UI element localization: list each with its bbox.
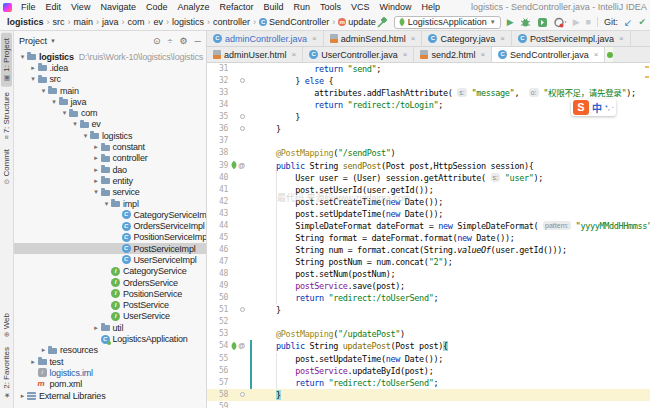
menu-item-view[interactable]: View xyxy=(66,2,95,12)
request-mapping-gutter-icon[interactable]: @ xyxy=(231,342,245,349)
tab-adminsend-html[interactable]: adminSend.html× xyxy=(324,31,423,46)
editor-line-46[interactable]: 46 String num = format.concat(String.val… xyxy=(207,244,650,256)
tree-arrow-icon[interactable]: ▸ xyxy=(18,392,27,400)
hide-icon[interactable]: ─ xyxy=(195,36,201,46)
locate-icon[interactable]: ⊙ xyxy=(153,36,161,46)
tree-arrow-icon[interactable]: ▾ xyxy=(60,109,69,117)
tree-row-positionservice[interactable]: IPositionService xyxy=(14,288,206,299)
code-editor[interactable]: 31 return "send";32 } else {33 attribute… xyxy=(207,63,650,408)
close-icon[interactable]: × xyxy=(312,34,317,43)
editor-line-48[interactable]: 48 post.setNum(postNum); xyxy=(207,268,650,280)
ime-language-mode[interactable]: 中 xyxy=(592,100,602,115)
tab-postserviceimpl-java[interactable]: CPostServiceImpl.java× xyxy=(512,31,631,46)
menu-item-file[interactable]: File xyxy=(16,2,41,12)
editor-line-43[interactable]: 43 post.setUpdateTime(new Date()); xyxy=(207,208,650,220)
fold-marker-icon[interactable] xyxy=(240,307,245,312)
tree-row-categoryservice[interactable]: ICategoryService xyxy=(14,266,206,277)
tree-row-postserviceimpl[interactable]: CPostServiceImpl xyxy=(14,243,206,254)
menu-item-code[interactable]: Code xyxy=(141,2,173,12)
breadcrumb-item-logistics[interactable]: logistics xyxy=(6,17,45,27)
breadcrumb-item-sendcontroller[interactable]: CSendController xyxy=(258,17,330,27)
tool-window-button-project[interactable]: ▣ 1: Project xyxy=(1,33,12,87)
coverage-button[interactable] xyxy=(537,17,548,28)
build-hammer-icon[interactable] xyxy=(376,16,388,28)
collapse-all-icon[interactable]: ÷ xyxy=(168,36,173,46)
tree-arrow-icon[interactable]: ▸ xyxy=(92,154,101,162)
editor-line-32[interactable]: 32 } else { xyxy=(207,75,650,87)
tool-window-button-favorites[interactable]: ★ 2: Favorites xyxy=(1,342,12,404)
close-icon[interactable]: × xyxy=(619,34,624,43)
fold-marker-icon[interactable] xyxy=(240,78,245,83)
tree-arrow-icon[interactable]: ▸ xyxy=(39,346,48,354)
tree-row-constant[interactable]: ▸constant xyxy=(14,141,206,152)
warning-stripe-mark[interactable] xyxy=(645,76,649,78)
tree-row-userserviceimpl[interactable]: CUserServiceImpl xyxy=(14,254,206,265)
menu-item-window[interactable]: Window xyxy=(375,2,417,12)
breadcrumb-item-controller[interactable]: controller xyxy=(212,17,251,27)
debug-button[interactable] xyxy=(520,17,531,28)
tree-arrow-icon[interactable]: ▸ xyxy=(92,143,101,151)
editor-line-38[interactable]: 38 @PostMapping("/sendPost") xyxy=(207,147,650,159)
close-icon[interactable]: × xyxy=(403,50,408,59)
tree-row-ordersserviceimpl[interactable]: COrdersServiceImpl xyxy=(14,220,206,231)
tree-arrow-icon[interactable]: ▸ xyxy=(92,324,101,332)
fold-marker-icon[interactable] xyxy=(240,126,245,131)
editor-line-49[interactable]: 49 postService.save(post); xyxy=(207,280,650,292)
tree-row-logistics-iml[interactable]: ilogistics.iml xyxy=(14,367,206,378)
editor-line-45[interactable]: 45 String format = dateFormat.format(new… xyxy=(207,232,650,244)
close-icon[interactable]: × xyxy=(480,50,485,59)
editor-line-54[interactable]: 54@ public String updatePost(Post post){ xyxy=(207,340,650,352)
menu-item-run[interactable]: Run xyxy=(289,2,316,12)
tree-row-external-libraries[interactable]: ▸External Libraries xyxy=(14,390,206,401)
ime-punctuation-icons[interactable]: *, · xyxy=(605,104,614,111)
tree-row-ordersservice[interactable]: IOrdersService xyxy=(14,277,206,288)
editor-line-40[interactable]: 40 User user = (User) session.getAttribu… xyxy=(207,172,650,184)
git-update-button[interactable]: ↙ xyxy=(624,17,632,28)
editor-line-33[interactable]: 33 attributes.addFlashAttribute( s: "mes… xyxy=(207,87,650,99)
request-mapping-gutter-icon[interactable]: @ xyxy=(231,162,245,169)
editor-line-50[interactable]: 50 return "redirect:/toUserSend"; xyxy=(207,292,650,304)
editor-line-56[interactable]: 56 postService.updateById(post); xyxy=(207,365,650,377)
tree-row-logistics[interactable]: ▾logisticsD:\ruis\Work-10\logistics\logi… xyxy=(14,51,206,62)
menu-item-analyze[interactable]: Analyze xyxy=(172,2,214,12)
sogou-ime-bar[interactable]: S 中 *, · xyxy=(571,99,616,116)
tree-row-main[interactable]: ▾main xyxy=(14,85,206,96)
editor-line-51[interactable]: 51 } xyxy=(207,304,650,316)
tree-arrow-icon[interactable]: ▾ xyxy=(102,200,111,208)
editor-line-58[interactable]: 58 } xyxy=(207,389,650,401)
tab-admincontroller-java[interactable]: CadminController.java× xyxy=(207,31,324,46)
tree-row-com[interactable]: ▾com xyxy=(14,107,206,118)
tree-arrow-icon[interactable]: ▾ xyxy=(81,132,90,140)
tool-window-button-structure[interactable]: ≡ 7: Structure xyxy=(1,87,12,144)
editor-line-39[interactable]: 39@ public String sendPost(Post post,Htt… xyxy=(207,160,650,172)
editor-line-52[interactable]: 52 xyxy=(207,316,650,328)
editor-line-55[interactable]: 55 post.setUpdateTime(new Date()); xyxy=(207,353,650,365)
close-icon[interactable]: × xyxy=(292,50,297,59)
tree-arrow-icon[interactable]: ▸ xyxy=(92,166,101,174)
editor-line-44[interactable]: 44 SimpleDateFormat dateFormat = new Sim… xyxy=(207,220,650,232)
tree-row-impl[interactable]: ▾impl xyxy=(14,198,206,209)
run-button[interactable]: ▶ xyxy=(507,17,514,27)
menu-item-refactor[interactable]: Refactor xyxy=(214,2,258,12)
editor-line-41[interactable]: 41 post.setUserId(user.getId()); xyxy=(207,184,650,196)
breadcrumb-item-src[interactable]: src xyxy=(52,17,66,27)
tree-row-postservice[interactable]: IPostService xyxy=(14,300,206,311)
tree-row-ev[interactable]: ▾ev xyxy=(14,119,206,130)
run-configuration-select[interactable]: LogisticsApplication ▼ xyxy=(394,16,501,29)
breadcrumb-item-logistics[interactable]: logistics xyxy=(171,17,205,27)
tree-row-positionserviceimpl[interactable]: CPositionServiceImpl xyxy=(14,232,206,243)
git-commit-button[interactable]: ✔ xyxy=(638,17,646,27)
breadcrumb-item-java[interactable]: java xyxy=(101,17,120,27)
editor-line-53[interactable]: 53 @PostMapping("/updatePost") xyxy=(207,328,650,340)
tree-row-logisticsapplication[interactable]: CLogisticsApplication xyxy=(14,333,206,344)
profiler-button[interactable] xyxy=(554,17,567,28)
project-panel-title-wrap[interactable]: Project ▼ xyxy=(19,36,56,46)
tab-send2-html[interactable]: send2.html× xyxy=(414,47,492,62)
close-icon[interactable]: × xyxy=(594,50,599,59)
tree-arrow-icon[interactable]: ▸ xyxy=(92,177,101,185)
tab-sendcontroller-java[interactable]: CSendController.java× xyxy=(492,47,605,62)
breadcrumb-item-ev[interactable]: ev xyxy=(153,17,165,27)
tree-row-logistics[interactable]: ▾logistics xyxy=(14,130,206,141)
tree-row-pom-xml[interactable]: mpom.xml xyxy=(14,379,206,390)
tree-arrow-icon[interactable]: ▾ xyxy=(92,188,101,196)
